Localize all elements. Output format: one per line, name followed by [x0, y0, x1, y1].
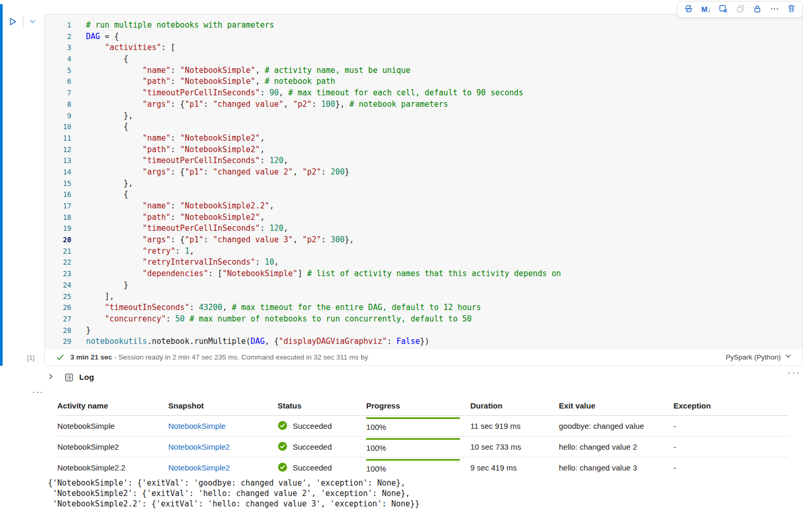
more-dots-icon	[770, 4, 779, 15]
code-lines: 1# run multiple notebooks with parameter…	[45, 20, 802, 348]
table-row: NotebookSimple2.2NotebookSimple2Succeede…	[57, 457, 789, 478]
code-text: "args": {"p1": "changed value 3", "p2": …	[71, 234, 354, 246]
code-line[interactable]: 23 "dependencies": ["NotebookSimple"] # …	[45, 268, 802, 280]
activity-name: NotebookSimple	[57, 422, 168, 430]
code-line[interactable]: 29notebookutils.notebook.runMultiple(DAG…	[45, 336, 802, 348]
code-line[interactable]: 26 "timeoutInSeconds": 43200, # max time…	[45, 302, 802, 314]
line-number: 29	[45, 336, 71, 348]
code-line[interactable]: 24 }	[45, 280, 802, 291]
progress-bar	[366, 417, 460, 419]
code-text: "concurrency": 50 # max number of notebo…	[71, 314, 472, 325]
column-header: Duration	[470, 401, 559, 410]
code-line[interactable]: 19 "timeoutPerCellInSeconds": 120,	[45, 223, 802, 234]
code-line[interactable]: 9 },	[45, 110, 802, 122]
status-label: Succeeded	[293, 422, 332, 430]
code-text: "timeoutPerCellInSeconds": 120,	[71, 223, 288, 234]
code-line[interactable]: 4 {	[45, 54, 802, 65]
code-line[interactable]: 25 ],	[45, 291, 802, 303]
code-line[interactable]: 14 "args": {"p1": "changed value 2", "p2…	[45, 167, 802, 178]
line-number: 21	[45, 246, 71, 257]
exception-value: -	[673, 463, 789, 472]
log-expand-chevron[interactable]	[47, 373, 54, 381]
run-options-button[interactable]	[28, 17, 37, 28]
succeeded-badge-icon	[278, 441, 288, 453]
more-commands-button[interactable]	[770, 4, 779, 15]
line-number: 10	[45, 121, 71, 133]
play-icon	[7, 16, 18, 29]
markdown-convert-button[interactable]: M↓	[701, 5, 711, 14]
code-line[interactable]: 5 "name": "NotebookSimple", # activity n…	[45, 65, 802, 77]
column-header: Snapshot	[168, 401, 278, 410]
copy-cell-button[interactable]	[736, 4, 745, 15]
exit-value: goodbye: changed value	[559, 422, 673, 430]
run-cell-button[interactable]	[7, 16, 18, 29]
code-text: {	[71, 121, 128, 133]
copy-cell-icon	[736, 4, 745, 15]
success-check-icon	[56, 353, 65, 362]
code-line[interactable]: 6 "path": "NotebookSimple", # notebook p…	[45, 76, 802, 88]
cell-toolbar: M↓	[677, 1, 803, 18]
notebook-page: M↓ 1# run multiple notebooks with parame…	[0, 0, 812, 520]
exception-value: -	[673, 442, 789, 451]
code-line[interactable]: 2DAG = {	[45, 31, 802, 43]
execution-count: [1]	[27, 354, 34, 362]
line-number: 23	[45, 268, 71, 280]
code-text: # run multiple notebooks with parameters	[71, 20, 274, 31]
progress-cell: 100%	[366, 457, 470, 478]
snapshot-link[interactable]: NotebookSimple2	[168, 463, 278, 472]
snapshot-link[interactable]: NotebookSimple	[168, 422, 278, 430]
line-number: 14	[45, 167, 71, 178]
code-text: "args": {"p1": "changed value 2", "p2": …	[71, 167, 349, 178]
code-line[interactable]: 21 "retry": 1,	[45, 246, 802, 257]
code-line[interactable]: 27 "concurrency": 50 # max number of not…	[45, 314, 802, 325]
output-more-button[interactable]: ···	[29, 387, 47, 398]
parameter-cell-button[interactable]	[683, 4, 694, 15]
line-number: 4	[45, 54, 71, 65]
log-more-button[interactable]: ···	[784, 367, 804, 379]
code-line[interactable]: 22 "retryIntervalInSeconds": 10,	[45, 257, 802, 268]
line-number: 13	[45, 155, 71, 167]
code-line[interactable]: 13 "timeoutPerCellInSeconds": 120,	[45, 155, 802, 167]
lock-cell-button[interactable]	[753, 4, 762, 15]
code-line[interactable]: 3 "activities": [	[45, 42, 802, 54]
exception-value: -	[673, 422, 789, 430]
code-line[interactable]: 15 },	[45, 178, 802, 190]
code-text: "activities": [	[71, 42, 176, 54]
column-header: Exception	[673, 401, 789, 410]
code-text: "args": {"p1": "changed value", "p2": 10…	[71, 99, 448, 110]
code-line[interactable]: 20 "args": {"p1": "changed value 3", "p2…	[45, 234, 802, 246]
cell-output: {'NotebookSimple': {'exitVal': 'goodbye:…	[48, 478, 419, 509]
log-header: Log	[47, 370, 94, 384]
progress-cell: 100%	[366, 416, 470, 436]
code-line[interactable]: 12 "path": "NotebookSimple2",	[45, 144, 802, 156]
code-line[interactable]: 8 "args": {"p1": "changed value", "p2": …	[45, 99, 802, 110]
line-number: 19	[45, 223, 71, 234]
activity-name: NotebookSimple2	[57, 442, 168, 451]
code-line[interactable]: 11 "name": "NotebookSimple2",	[45, 133, 802, 144]
code-line[interactable]: 17 "name": "NotebookSimple2.2",	[45, 201, 802, 212]
code-text: "path": "NotebookSimple2",	[71, 212, 265, 224]
snapshot-link[interactable]: NotebookSimple2	[168, 442, 278, 451]
code-line[interactable]: 18 "path": "NotebookSimple2",	[45, 212, 802, 224]
log-title: Log	[79, 373, 94, 382]
line-number: 11	[45, 133, 71, 144]
kernel-picker[interactable]: PySpark (Python)	[722, 352, 795, 362]
clear-output-button[interactable]	[718, 4, 728, 15]
code-line[interactable]: 1# run multiple notebooks with parameter…	[45, 20, 802, 31]
line-number: 20	[45, 234, 71, 246]
code-line[interactable]: 16 {	[45, 189, 802, 201]
code-text: "path": "NotebookSimple2",	[71, 144, 265, 156]
code-editor[interactable]: 1# run multiple notebooks with parameter…	[45, 15, 802, 348]
progress-cell: 100%	[366, 437, 470, 457]
delete-cell-button[interactable]	[786, 4, 796, 15]
code-text: "timeoutPerCellInSeconds": 90, # max tim…	[71, 88, 523, 99]
output-line: 'NotebookSimple2': {'exitVal': 'hello: c…	[48, 488, 419, 499]
code-line[interactable]: 10 {	[45, 121, 802, 133]
succeeded-badge-icon	[278, 420, 288, 432]
line-number: 27	[45, 314, 71, 325]
code-text: "name": "NotebookSimple2.2",	[71, 201, 274, 212]
clear-output-icon	[718, 4, 728, 15]
column-header: Status	[278, 401, 366, 410]
code-line[interactable]: 28}	[45, 325, 802, 337]
code-line[interactable]: 7 "timeoutPerCellInSeconds": 90, # max t…	[45, 88, 802, 99]
